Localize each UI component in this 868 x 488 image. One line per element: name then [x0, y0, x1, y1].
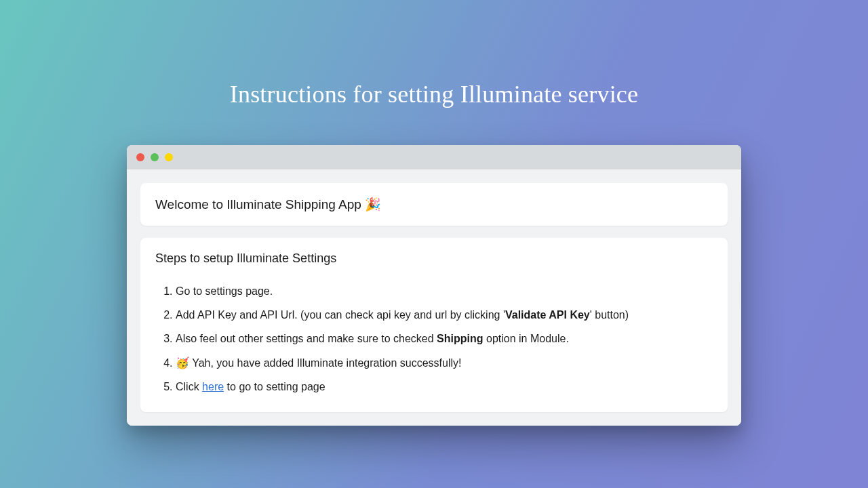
step-3: Also feel out other settings and make su…: [176, 327, 713, 350]
close-icon[interactable]: [136, 153, 144, 161]
minimize-icon[interactable]: [151, 153, 159, 161]
app-window: Welcome to Illuminate Shipping App 🎉 Ste…: [127, 145, 741, 426]
step-4: 🥳 Yah, you have added Illuminate integra…: [176, 351, 713, 375]
step-2-text-a: Add API Key and API Url. (you can check …: [176, 309, 505, 321]
window-titlebar: [127, 145, 741, 169]
step-1-text: Go to settings page.: [176, 285, 273, 297]
step-2-bold: Validate API Key: [505, 309, 590, 321]
step-3-text-b: option in Module.: [484, 333, 569, 344]
steps-card: Steps to setup Illuminate Settings Go to…: [140, 238, 728, 412]
maximize-icon[interactable]: [165, 153, 173, 161]
step-2: Add API Key and API Url. (you can check …: [176, 303, 713, 327]
step-4-text: 🥳 Yah, you have added Illuminate integra…: [176, 357, 461, 369]
steps-list: Go to settings page. Add API Key and API…: [155, 279, 713, 399]
step-5-text-b: to go to setting page: [224, 381, 325, 392]
step-3-bold: Shipping: [437, 333, 483, 344]
steps-heading: Steps to setup Illuminate Settings: [155, 251, 713, 266]
step-5-text-a: Click: [176, 381, 202, 392]
step-1: Go to settings page.: [176, 279, 713, 303]
welcome-heading: Welcome to Illuminate Shipping App 🎉: [155, 197, 713, 212]
settings-link[interactable]: here: [202, 381, 224, 392]
step-2-text-b: ' button): [590, 309, 629, 321]
window-body: Welcome to Illuminate Shipping App 🎉 Ste…: [127, 169, 741, 426]
step-5: Click here to go to setting page: [176, 375, 713, 399]
step-3-text-a: Also feel out other settings and make su…: [176, 333, 437, 344]
welcome-card: Welcome to Illuminate Shipping App 🎉: [140, 183, 728, 226]
page-title: Instructions for setting Illuminate serv…: [230, 80, 638, 108]
